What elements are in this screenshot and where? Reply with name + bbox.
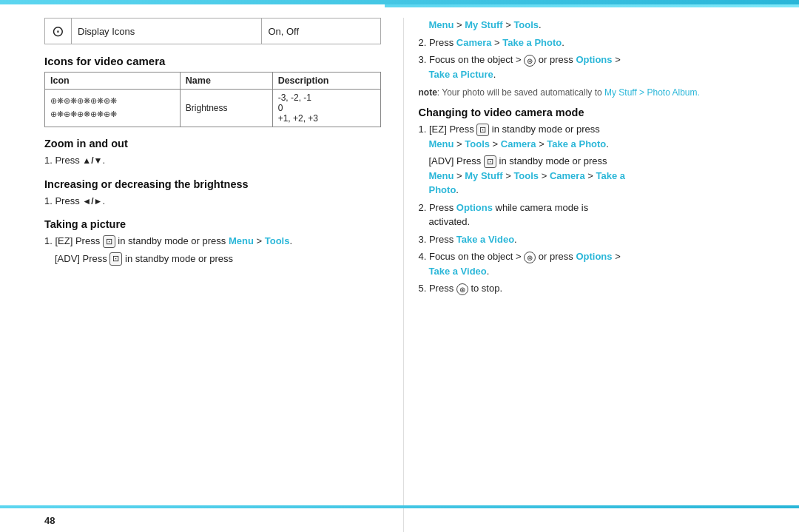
page-container: ⊙ Display Icons On, Off Icons for video … — [0, 0, 799, 532]
note-block: note: Your photo will be saved automatic… — [419, 86, 755, 99]
changing-video-section: Changing to video camera mode 1. [EZ] Pr… — [419, 107, 755, 296]
brightness-icon-symbols: ⊕❋⊕❋⊕❋⊕❋⊕❋⊕❋⊕❋⊕❋⊕❋⊕❋ — [50, 95, 175, 121]
video-camera-icons-section: Icons for video camera Icon Name Descrip… — [44, 55, 381, 127]
brightness-section: Increasing or decreasing the brightness … — [44, 178, 381, 209]
step3-focus: 3. Focus on the object > ⊛ or press Opti… — [419, 53, 755, 81]
left-column: ⊙ Display Icons On, Off Icons for video … — [44, 18, 381, 532]
content-area: ⊙ Display Icons On, Off Icons for video … — [0, 4, 799, 532]
page-number: 48 — [44, 515, 55, 526]
take-picture-link-wrap: Take a Picture. — [419, 69, 496, 80]
tools-cv-2: Tools — [513, 170, 539, 181]
change-adv-wrap: [ADV] Press ⊡ in standby mode or press — [419, 155, 607, 166]
mystuff-link-r: My Stuff — [465, 19, 502, 30]
take-picture-link: Take a Picture — [429, 69, 493, 80]
taking-picture-step1: 1. [EZ] Press ⊡ in standby mode or press… — [44, 234, 381, 249]
video-camera-icons-heading: Icons for video camera — [44, 55, 381, 67]
col-name-header: Name — [180, 73, 272, 90]
right-column: Menu > My Stuff > Tools. 2. Press Camera… — [403, 18, 755, 532]
mystuff-photoalbum-link: My Stuff > Photo Album. — [604, 87, 700, 98]
camera-inline-icon: ⊡ — [103, 235, 115, 248]
options-cv: Options — [456, 202, 493, 213]
mystuff-cv-2: My Stuff — [465, 170, 502, 181]
zoom-heading: Zoom in and out — [44, 138, 381, 149]
change-adv-links: Menu > My Stuff > Tools > Camera > Take … — [419, 170, 625, 181]
camera-link: Camera — [456, 37, 492, 48]
tools-cv-1: Tools — [465, 138, 490, 149]
continuation-line: Menu > My Stuff > Tools. — [419, 18, 755, 33]
spinner-icon-3: ⊛ — [456, 283, 468, 295]
menu-link-1: Menu — [229, 235, 254, 246]
step2-camera: 2. Press Camera > Take a Photo. — [419, 36, 755, 50]
display-icons-table: ⊙ Display Icons On, Off — [44, 18, 381, 44]
tools-link-1: Tools — [265, 235, 290, 246]
change-step3: 3. Press Take a Video. — [419, 232, 755, 247]
camera-inline-icon-2: ⊡ — [109, 252, 122, 265]
left-right-arrow: ◄/► — [82, 196, 102, 206]
note-label: note — [419, 87, 437, 98]
options-cv-2: Options — [576, 251, 612, 262]
change-adv-photo: Photo. — [419, 184, 459, 195]
changing-video-heading: Changing to video camera mode — [419, 107, 755, 118]
col-desc-header: Description — [272, 73, 380, 90]
options-link: Options — [576, 54, 612, 65]
menu-cv-1: Menu — [429, 138, 454, 149]
up-down-arrow: ▲/▼ — [82, 155, 102, 166]
take-photo-link: Take a Photo — [502, 37, 562, 48]
camera-cv-1: Camera — [501, 138, 536, 149]
zoom-section: Zoom in and out 1. Press ▲/▼. — [44, 138, 381, 168]
video-icons-header-row: Icon Name Description — [45, 73, 381, 90]
spinner-icon: ⊛ — [524, 55, 536, 67]
change-step1-ez-links: Menu > Tools > Camera > Take a Photo. — [419, 138, 609, 149]
display-icons-label: Display Icons — [72, 18, 262, 44]
display-icons-value: On, Off — [262, 18, 380, 44]
take-a-cv-2: Take a — [596, 170, 625, 181]
camera-settings-icon: ⊙ — [52, 23, 64, 39]
change-step4: 4. Focus on the object > ⊛ or press Opti… — [419, 249, 755, 278]
cam-icon-1: ⊡ — [476, 124, 489, 136]
take-video-link-wrap: Take a Video. — [419, 266, 490, 277]
bottom-bar — [0, 505, 799, 508]
tools-link-r: Tools — [513, 19, 539, 30]
change-step5: 5. Press ⊛ to stop. — [419, 281, 755, 296]
cam-icon-2: ⊡ — [484, 155, 496, 168]
takephoto-cv-1: Take a Photo — [547, 138, 606, 149]
change-step2: 2. Press Options while camera mode is ac… — [419, 201, 755, 229]
video-icons-table: Icon Name Description ⊕❋⊕❋⊕❋⊕❋⊕❋⊕❋⊕❋⊕❋⊕❋… — [44, 72, 381, 127]
brightness-heading: Increasing or decreasing the brightness — [44, 178, 381, 190]
take-video-link-2: Take a Video — [429, 266, 487, 277]
brightness-name: Brightness — [180, 90, 272, 127]
display-icons-row: ⊙ Display Icons On, Off — [45, 18, 381, 44]
change-step1-ez: 1. [EZ] Press ⊡ in standby mode or press… — [419, 122, 755, 151]
menu-link-r: Menu — [429, 19, 454, 30]
taking-picture-heading: Taking a picture — [44, 218, 381, 230]
top-cyan-line — [385, 4, 799, 7]
brightness-step1: 1. Press ◄/►. — [44, 194, 381, 209]
brightness-icons: ⊕❋⊕❋⊕❋⊕❋⊕❋⊕❋⊕❋⊕❋⊕❋⊕❋ — [45, 90, 181, 127]
menu-cv-2: Menu — [429, 170, 454, 181]
change-step1-adv: [ADV] Press ⊡ in standby mode or press M… — [419, 154, 755, 198]
col-icon-header: Icon — [45, 73, 181, 90]
brightness-row: ⊕❋⊕❋⊕❋⊕❋⊕❋⊕❋⊕❋⊕❋⊕❋⊕❋ Brightness -3, -2, … — [45, 90, 381, 127]
take-video-link-1: Take a Video — [456, 234, 514, 245]
brightness-description: -3, -2, -10+1, +2, +3 — [272, 90, 380, 127]
photo-cv-2: Photo — [429, 184, 456, 195]
change-step2-cont: activated. — [419, 216, 471, 227]
spinner-icon-2: ⊛ — [524, 252, 536, 263]
camera-cv-2: Camera — [550, 170, 585, 181]
taking-picture-step1-adv: [ADV] Press ⊡ in standby mode or press — [44, 252, 381, 266]
taking-picture-section: Taking a picture 1. [EZ] Press ⊡ in stan… — [44, 218, 381, 266]
display-icon-cell: ⊙ — [45, 18, 72, 44]
zoom-step1: 1. Press ▲/▼. — [44, 153, 381, 168]
